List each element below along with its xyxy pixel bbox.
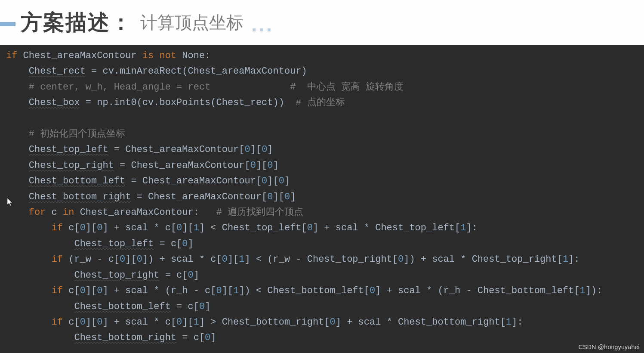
code-line: Chest_top_left = Chest_areaMaxContour[0]… <box>6 144 273 155</box>
slide-header: 方案描述： 计算顶点坐标 ... <box>0 0 644 45</box>
code-editor[interactable]: if Chest_areaMaxContour is not None: Che… <box>0 45 644 350</box>
code-line: Chest_rect = cv.minAreaRect(Chest_areaMa… <box>6 66 307 77</box>
header-accent-bar <box>0 22 15 26</box>
code-line: Chest_bottom_right = c[0] <box>6 332 216 343</box>
header-ellipsis: ... <box>251 12 274 36</box>
code-line: if c[0][0] + scal * (r_h - c[0][1]) < Ch… <box>6 285 602 296</box>
mouse-cursor-icon <box>7 198 13 207</box>
code-line: if (r_w - c[0][0]) + scal * c[0][1] < (r… <box>6 254 579 265</box>
watermark-text: CSDN @hongyuyahei <box>579 344 640 350</box>
code-line: Chest_top_right = Chest_areaMaxContour[0… <box>6 160 279 171</box>
code-line: # center, w_h, Head_angle = rect # 中心点 宽… <box>6 82 404 93</box>
code-line: Chest_bottom_right = Chest_areaMaxContou… <box>6 192 296 202</box>
code-line: Chest_bottom_left = c[0] <box>6 301 210 312</box>
header-title-main: 方案描述： <box>21 8 132 37</box>
code-line: Chest_top_left = c[0] <box>6 238 194 249</box>
header-title-sub: 计算顶点坐标 <box>140 11 243 34</box>
code-line: Chest_box = np.int0(cv.boxPoints(Chest_r… <box>6 97 345 108</box>
code-line: Chest_bottom_left = Chest_areaMaxContour… <box>6 176 290 186</box>
code-line: Chest_top_right = c[0] <box>6 270 199 281</box>
code-line: if c[0][0] + scal * c[0][1] < Chest_top_… <box>6 223 478 233</box>
code-line <box>6 113 12 124</box>
code-line: if Chest_areaMaxContour is not None: <box>6 50 210 61</box>
code-line: if c[0][0] + scal * c[0][1] > Chest_bott… <box>6 317 523 328</box>
code-line: # 初始化四个顶点坐标 <box>6 129 125 139</box>
code-line: for c in Chest_areaMaxContour: # 遍历找到四个顶… <box>6 207 303 218</box>
